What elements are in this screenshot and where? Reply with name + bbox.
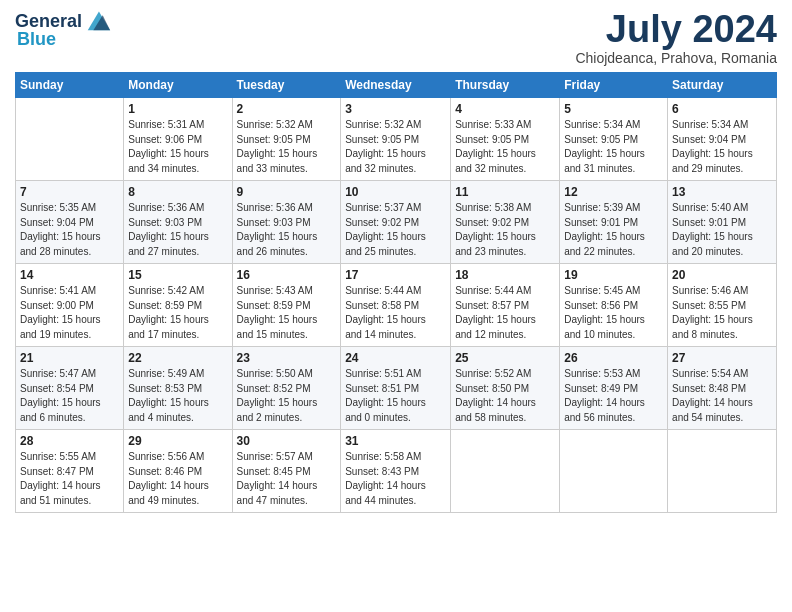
calendar-cell: 29Sunrise: 5:56 AM Sunset: 8:46 PM Dayli… bbox=[124, 430, 232, 513]
day-info: Sunrise: 5:37 AM Sunset: 9:02 PM Dayligh… bbox=[345, 201, 446, 259]
day-info: Sunrise: 5:41 AM Sunset: 9:00 PM Dayligh… bbox=[20, 284, 119, 342]
day-info: Sunrise: 5:44 AM Sunset: 8:57 PM Dayligh… bbox=[455, 284, 555, 342]
calendar-cell bbox=[16, 98, 124, 181]
day-number: 1 bbox=[128, 102, 227, 116]
header-cell-friday: Friday bbox=[560, 73, 668, 98]
calendar-cell bbox=[560, 430, 668, 513]
calendar-cell: 4Sunrise: 5:33 AM Sunset: 9:05 PM Daylig… bbox=[451, 98, 560, 181]
header-cell-sunday: Sunday bbox=[16, 73, 124, 98]
calendar-cell: 12Sunrise: 5:39 AM Sunset: 9:01 PM Dayli… bbox=[560, 181, 668, 264]
day-number: 4 bbox=[455, 102, 555, 116]
location: Chiojdeanca, Prahova, Romania bbox=[575, 50, 777, 66]
day-number: 19 bbox=[564, 268, 663, 282]
day-number: 31 bbox=[345, 434, 446, 448]
day-info: Sunrise: 5:36 AM Sunset: 9:03 PM Dayligh… bbox=[128, 201, 227, 259]
calendar-cell bbox=[668, 430, 777, 513]
day-info: Sunrise: 5:52 AM Sunset: 8:50 PM Dayligh… bbox=[455, 367, 555, 425]
calendar-cell: 25Sunrise: 5:52 AM Sunset: 8:50 PM Dayli… bbox=[451, 347, 560, 430]
day-info: Sunrise: 5:31 AM Sunset: 9:06 PM Dayligh… bbox=[128, 118, 227, 176]
day-info: Sunrise: 5:49 AM Sunset: 8:53 PM Dayligh… bbox=[128, 367, 227, 425]
day-info: Sunrise: 5:46 AM Sunset: 8:55 PM Dayligh… bbox=[672, 284, 772, 342]
calendar-cell: 10Sunrise: 5:37 AM Sunset: 9:02 PM Dayli… bbox=[341, 181, 451, 264]
calendar-cell: 1Sunrise: 5:31 AM Sunset: 9:06 PM Daylig… bbox=[124, 98, 232, 181]
calendar-cell: 3Sunrise: 5:32 AM Sunset: 9:05 PM Daylig… bbox=[341, 98, 451, 181]
day-number: 10 bbox=[345, 185, 446, 199]
calendar-cell: 11Sunrise: 5:38 AM Sunset: 9:02 PM Dayli… bbox=[451, 181, 560, 264]
day-info: Sunrise: 5:58 AM Sunset: 8:43 PM Dayligh… bbox=[345, 450, 446, 508]
day-number: 21 bbox=[20, 351, 119, 365]
day-info: Sunrise: 5:57 AM Sunset: 8:45 PM Dayligh… bbox=[237, 450, 337, 508]
day-number: 12 bbox=[564, 185, 663, 199]
day-info: Sunrise: 5:51 AM Sunset: 8:51 PM Dayligh… bbox=[345, 367, 446, 425]
calendar-cell: 19Sunrise: 5:45 AM Sunset: 8:56 PM Dayli… bbox=[560, 264, 668, 347]
week-row-4: 21Sunrise: 5:47 AM Sunset: 8:54 PM Dayli… bbox=[16, 347, 777, 430]
calendar-cell: 14Sunrise: 5:41 AM Sunset: 9:00 PM Dayli… bbox=[16, 264, 124, 347]
day-number: 27 bbox=[672, 351, 772, 365]
day-number: 9 bbox=[237, 185, 337, 199]
week-row-2: 7Sunrise: 5:35 AM Sunset: 9:04 PM Daylig… bbox=[16, 181, 777, 264]
day-info: Sunrise: 5:53 AM Sunset: 8:49 PM Dayligh… bbox=[564, 367, 663, 425]
day-info: Sunrise: 5:45 AM Sunset: 8:56 PM Dayligh… bbox=[564, 284, 663, 342]
day-number: 7 bbox=[20, 185, 119, 199]
day-number: 23 bbox=[237, 351, 337, 365]
calendar-cell: 13Sunrise: 5:40 AM Sunset: 9:01 PM Dayli… bbox=[668, 181, 777, 264]
calendar-cell: 8Sunrise: 5:36 AM Sunset: 9:03 PM Daylig… bbox=[124, 181, 232, 264]
calendar-cell bbox=[451, 430, 560, 513]
calendar-cell: 21Sunrise: 5:47 AM Sunset: 8:54 PM Dayli… bbox=[16, 347, 124, 430]
calendar-table: SundayMondayTuesdayWednesdayThursdayFrid… bbox=[15, 72, 777, 513]
title-block: July 2024 Chiojdeanca, Prahova, Romania bbox=[575, 10, 777, 66]
day-number: 18 bbox=[455, 268, 555, 282]
calendar-cell: 16Sunrise: 5:43 AM Sunset: 8:59 PM Dayli… bbox=[232, 264, 341, 347]
day-number: 22 bbox=[128, 351, 227, 365]
week-row-1: 1Sunrise: 5:31 AM Sunset: 9:06 PM Daylig… bbox=[16, 98, 777, 181]
day-number: 16 bbox=[237, 268, 337, 282]
day-info: Sunrise: 5:38 AM Sunset: 9:02 PM Dayligh… bbox=[455, 201, 555, 259]
calendar-cell: 28Sunrise: 5:55 AM Sunset: 8:47 PM Dayli… bbox=[16, 430, 124, 513]
calendar-cell: 2Sunrise: 5:32 AM Sunset: 9:05 PM Daylig… bbox=[232, 98, 341, 181]
header-cell-monday: Monday bbox=[124, 73, 232, 98]
day-number: 2 bbox=[237, 102, 337, 116]
calendar-cell: 18Sunrise: 5:44 AM Sunset: 8:57 PM Dayli… bbox=[451, 264, 560, 347]
day-info: Sunrise: 5:35 AM Sunset: 9:04 PM Dayligh… bbox=[20, 201, 119, 259]
month-title: July 2024 bbox=[575, 10, 777, 48]
day-info: Sunrise: 5:40 AM Sunset: 9:01 PM Dayligh… bbox=[672, 201, 772, 259]
day-info: Sunrise: 5:42 AM Sunset: 8:59 PM Dayligh… bbox=[128, 284, 227, 342]
page: General Blue July 2024 Chiojdeanca, Prah… bbox=[0, 0, 792, 528]
header-cell-saturday: Saturday bbox=[668, 73, 777, 98]
calendar-cell: 23Sunrise: 5:50 AM Sunset: 8:52 PM Dayli… bbox=[232, 347, 341, 430]
header-cell-wednesday: Wednesday bbox=[341, 73, 451, 98]
day-number: 28 bbox=[20, 434, 119, 448]
calendar-cell: 20Sunrise: 5:46 AM Sunset: 8:55 PM Dayli… bbox=[668, 264, 777, 347]
calendar-cell: 24Sunrise: 5:51 AM Sunset: 8:51 PM Dayli… bbox=[341, 347, 451, 430]
day-info: Sunrise: 5:43 AM Sunset: 8:59 PM Dayligh… bbox=[237, 284, 337, 342]
header-cell-thursday: Thursday bbox=[451, 73, 560, 98]
day-info: Sunrise: 5:32 AM Sunset: 9:05 PM Dayligh… bbox=[345, 118, 446, 176]
logo: General Blue bbox=[15, 10, 112, 50]
calendar-cell: 31Sunrise: 5:58 AM Sunset: 8:43 PM Dayli… bbox=[341, 430, 451, 513]
day-info: Sunrise: 5:33 AM Sunset: 9:05 PM Dayligh… bbox=[455, 118, 555, 176]
day-info: Sunrise: 5:36 AM Sunset: 9:03 PM Dayligh… bbox=[237, 201, 337, 259]
day-number: 5 bbox=[564, 102, 663, 116]
day-number: 24 bbox=[345, 351, 446, 365]
calendar-cell: 30Sunrise: 5:57 AM Sunset: 8:45 PM Dayli… bbox=[232, 430, 341, 513]
day-number: 26 bbox=[564, 351, 663, 365]
header: General Blue July 2024 Chiojdeanca, Prah… bbox=[15, 10, 777, 66]
calendar-cell: 27Sunrise: 5:54 AM Sunset: 8:48 PM Dayli… bbox=[668, 347, 777, 430]
calendar-cell: 6Sunrise: 5:34 AM Sunset: 9:04 PM Daylig… bbox=[668, 98, 777, 181]
day-number: 14 bbox=[20, 268, 119, 282]
logo-blue-text: Blue bbox=[17, 30, 56, 50]
logo-icon bbox=[84, 6, 112, 34]
day-number: 20 bbox=[672, 268, 772, 282]
calendar-cell: 15Sunrise: 5:42 AM Sunset: 8:59 PM Dayli… bbox=[124, 264, 232, 347]
day-info: Sunrise: 5:47 AM Sunset: 8:54 PM Dayligh… bbox=[20, 367, 119, 425]
day-number: 15 bbox=[128, 268, 227, 282]
day-info: Sunrise: 5:39 AM Sunset: 9:01 PM Dayligh… bbox=[564, 201, 663, 259]
day-info: Sunrise: 5:56 AM Sunset: 8:46 PM Dayligh… bbox=[128, 450, 227, 508]
calendar-cell: 22Sunrise: 5:49 AM Sunset: 8:53 PM Dayli… bbox=[124, 347, 232, 430]
calendar-cell: 7Sunrise: 5:35 AM Sunset: 9:04 PM Daylig… bbox=[16, 181, 124, 264]
day-info: Sunrise: 5:32 AM Sunset: 9:05 PM Dayligh… bbox=[237, 118, 337, 176]
day-number: 3 bbox=[345, 102, 446, 116]
day-number: 29 bbox=[128, 434, 227, 448]
day-info: Sunrise: 5:50 AM Sunset: 8:52 PM Dayligh… bbox=[237, 367, 337, 425]
day-number: 11 bbox=[455, 185, 555, 199]
